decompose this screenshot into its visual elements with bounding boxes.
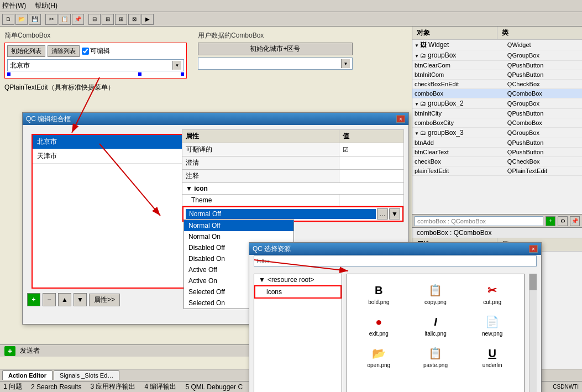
icon-underline[interactable]: U underlin [465, 342, 520, 371]
tree-row-btnadd[interactable]: btnAdd QPushButton [412, 138, 582, 148]
combo-dropdown-arrow[interactable]: ▼ [172, 61, 181, 70]
toolbar-layout-grid[interactable]: ⊞ [115, 14, 127, 25]
theme-value[interactable] [339, 195, 404, 206]
icon-copy[interactable]: 📋 copy.png [408, 279, 463, 308]
normal-off-selected[interactable]: Normal Off [186, 209, 376, 219]
prop-val-comment[interactable] [339, 170, 404, 183]
status-item-0[interactable]: 1 问题 [3, 382, 22, 391]
icon-dropdown-btn[interactable]: ▼ [389, 208, 400, 219]
user-combo-arrow[interactable]: ▼ [341, 59, 350, 68]
tree-row-btninitcom[interactable]: btnInitCom QPushButton [412, 70, 582, 80]
tab-action-editor[interactable]: Action Editor [2, 370, 53, 380]
icon-expand-arrow[interactable]: ▼ [186, 185, 192, 192]
toolbar-open[interactable]: 📂 [15, 14, 28, 25]
user-combo-select[interactable]: ▼ [198, 58, 353, 70]
tree-row-checkboxenedit[interactable]: checkBoxEnEdit QCheckBox [412, 80, 582, 89]
tree-icons-label: icons [266, 288, 282, 296]
prop-val-disambiguation[interactable] [339, 156, 404, 170]
scrollbar-thumb[interactable] [529, 274, 537, 290]
prop-name-comment: 注释 [182, 170, 339, 183]
icon-cut[interactable]: ✂ cut.png [465, 279, 520, 308]
property-filter-input[interactable] [415, 216, 543, 226]
bold-img: B [370, 281, 387, 299]
filter-context-label: comboBox : QComboBox [412, 228, 582, 238]
sender-label: 发送者 [20, 346, 40, 356]
icon-open[interactable]: 📂 open.png [352, 342, 406, 371]
state-normal-on[interactable]: Normal On [184, 231, 293, 242]
toolbar-new[interactable]: 🗋 [2, 14, 14, 25]
resource-close-btn[interactable]: × [529, 245, 538, 253]
icon-paste[interactable]: 📋 paste.png [408, 342, 463, 371]
tree-row-widget[interactable]: ▼🖼 Widget QWidget [412, 40, 582, 50]
properties-table: 属性 值 可翻译的 ☑ 澄清 [182, 129, 404, 222]
prop-val-translatable[interactable]: ☑ [339, 143, 404, 156]
tab-signals-slots[interactable]: Signals _Slots Ed… [54, 370, 119, 380]
icon-state-dropdown[interactable]: Normal Off … ▼ Normal Off Normal On Disa… [182, 206, 403, 222]
status-item-4[interactable]: 5 QML Debugger C [185, 383, 243, 391]
resource-filter-input[interactable] [254, 255, 537, 266]
state-normal-off[interactable]: Normal Off [184, 220, 293, 231]
dialog-edit-close[interactable]: × [396, 115, 405, 123]
clear-list-btn[interactable]: 清除列表 [48, 45, 80, 57]
resource-scrollbar[interactable] [529, 274, 537, 392]
icon-browse-btn[interactable]: … [377, 208, 388, 219]
tree-row-combobox[interactable]: comboBox QComboBox [412, 89, 582, 98]
widget-icon: 🖼 [420, 41, 427, 49]
combo-section: 简单ComboBox 初始化列表 清除列表 可编辑 北京市 ▼ [4, 31, 407, 79]
filter-add-btn[interactable]: + [546, 216, 555, 226]
icon-italic[interactable]: I italic.png [408, 310, 463, 339]
tree-row-comboboxcity[interactable]: comboBoxCity QComboBox [412, 118, 582, 128]
combo-markers [7, 72, 184, 76]
resource-tree: ▼ <resource root> icons [254, 274, 342, 392]
editable-checkbox[interactable] [82, 48, 89, 55]
tree-cell-btnclearcom-class: QPushButton [505, 61, 582, 70]
status-item-2[interactable]: 3 应用程序输出 [90, 382, 135, 391]
icon-exit[interactable]: ● exit.png [352, 310, 406, 339]
toolbar-cut[interactable]: ✂ [45, 14, 57, 25]
simple-combo-buttons: 初始化列表 清除列表 可编辑 [7, 45, 184, 57]
editable-checkbox-wrapper[interactable]: 可编辑 [82, 46, 110, 56]
tree-row-btnclearcom[interactable]: btnClearCom QPushButton [412, 61, 582, 70]
add-action-btn[interactable]: + [4, 346, 15, 356]
tree-row-groupbox2[interactable]: ▼🗂 groupBox_2 QGroupBox [412, 98, 582, 109]
list-item-tianjin[interactable]: 天津市 [33, 149, 185, 164]
icon-bold[interactable]: B bold.png [352, 279, 406, 308]
tree-row-checkbox[interactable]: checkBox QCheckBox [412, 157, 582, 166]
filter-pin-btn[interactable]: 📌 [570, 216, 580, 226]
tree-row-groupbox3[interactable]: ▼🗂 groupBox_3 QGroupBox [412, 128, 582, 138]
tree-row-btninitcity[interactable]: btnInitCity QPushButton [412, 109, 582, 118]
menu-item-controls[interactable]: 控件(W) [2, 1, 26, 11]
tree-row-plaintextedit[interactable]: plainTextEdit QPlainTextEdit [412, 166, 582, 176]
toolbar-copy[interactable]: 📋 [59, 14, 71, 25]
init-list-btn[interactable]: 初始化列表 [7, 45, 45, 57]
move-up-btn[interactable]: ▲ [58, 293, 71, 306]
toolbar-layout-v[interactable]: ⊞ [102, 14, 114, 25]
add-item-btn[interactable]: + [27, 293, 40, 306]
list-item-beijing[interactable]: 北京市 [33, 135, 185, 149]
simple-combo-input[interactable]: 北京市 ▼ [7, 59, 184, 71]
toolbar-paste[interactable]: 📌 [72, 14, 84, 25]
status-item-1[interactable]: 2 Search Results [31, 383, 81, 391]
resource-icons-grid: B bold.png 📋 copy.png ✂ cut.png [347, 274, 525, 392]
toolbar-preview[interactable]: ▶ [141, 14, 154, 25]
paste-label: paste.png [423, 362, 448, 368]
menu-item-help[interactable]: 帮助(H) [35, 1, 57, 11]
dialog-edit-title-bar: QC 编辑组合框 × [23, 113, 408, 125]
tree-item-icons[interactable]: icons [254, 285, 342, 299]
toolbar-layout-h[interactable]: ⊟ [88, 14, 101, 25]
remove-item-btn[interactable]: − [43, 293, 56, 306]
properties-btn[interactable]: 属性>> [89, 294, 120, 306]
tree-cell-groupbox3: ▼🗂 groupBox_3 [412, 128, 505, 138]
tree-item-root[interactable]: ▼ <resource root> [254, 274, 342, 285]
resource-filter-bar [249, 255, 541, 267]
icon-dropdown-cell: Normal Off … ▼ Normal Off Normal On Disa… [182, 206, 404, 222]
toolbar-layout-break[interactable]: ⊠ [128, 14, 140, 25]
move-down-btn[interactable]: ▼ [74, 293, 87, 306]
tree-row-groupbox[interactable]: ▼🗂 groupBox QGroupBox [412, 50, 582, 61]
filter-settings-btn[interactable]: ⚙ [558, 216, 568, 226]
icon-new[interactable]: 📄 new.png [465, 310, 520, 339]
tree-cell-groupbox2-class: QGroupBox [505, 98, 582, 109]
tree-row-btncleartext[interactable]: btnClearText QPushButton [412, 148, 582, 157]
status-item-3[interactable]: 4 编译输出 [144, 382, 176, 391]
toolbar-save[interactable]: 💾 [29, 14, 41, 25]
